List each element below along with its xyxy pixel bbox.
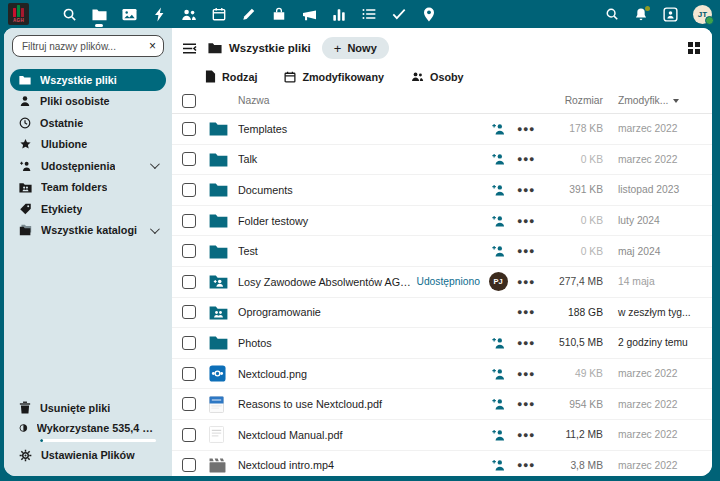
app-activity-button[interactable] [144,0,174,28]
table-row[interactable]: Talk ●●● 0 KB marzec 2022 [172,145,712,176]
filter-chip-type[interactable]: Rodzaj [205,70,257,83]
app-files-button[interactable] [84,0,114,28]
user-menu-button[interactable]: JT [693,5,712,24]
filter-chip-modified[interactable]: Zmodyfikowany [284,71,384,83]
app-analytics-button[interactable] [324,0,354,28]
row-checkbox[interactable] [182,367,196,381]
actions-menu-button[interactable]: ●●● [513,430,539,440]
new-button[interactable]: + Nowy [322,37,389,59]
notifications-button[interactable] [634,7,648,22]
file-name[interactable]: Documents [238,184,483,196]
share-button[interactable] [491,214,506,228]
column-header-name[interactable]: Nazwa [238,95,483,106]
app-maps-button[interactable] [414,0,444,28]
file-name[interactable]: Oprogramowanie [238,306,483,318]
select-all-checkbox[interactable] [182,94,196,108]
app-contacts-button[interactable] [174,0,204,28]
app-check-button[interactable] [384,0,414,28]
actions-menu-button[interactable]: ●●● [513,185,539,195]
sidebar-item-deleted-files[interactable]: Usunięte pliki [10,397,166,419]
sidebar-item-team-folders[interactable]: Team folders [10,177,166,199]
actions-menu-button[interactable]: ●●● [513,154,539,164]
share-button[interactable] [491,183,506,197]
file-name[interactable]: Nextcloud.png [238,368,483,380]
row-checkbox[interactable] [182,397,196,411]
sidebar-item-recent[interactable]: Ostatnie [10,112,166,134]
column-header-size[interactable]: Rozmiar [539,95,603,106]
share-button[interactable] [491,152,506,166]
table-row[interactable]: Templates ●●● 178 KB marzec 2022 [172,114,712,145]
contacts-menu-button[interactable] [663,7,678,22]
table-row[interactable]: Nextcloud intro.mp4 ●●● 3,8 MB marzec 20… [172,451,712,476]
share-button[interactable] [491,336,506,350]
sidebar-item-files-settings[interactable]: Ustawienia Plików [10,445,166,467]
shared-label[interactable]: Udostępniono [416,276,480,287]
table-row[interactable]: Losy Zawodowe Absolwentów AGH - raporty … [172,267,712,298]
sidebar-item-tags[interactable]: Etykiety [10,198,166,220]
actions-menu-button[interactable]: ●●● [513,460,539,470]
row-checkbox[interactable] [182,152,196,166]
sidebar-item-personal-files[interactable]: Pliki osobiste [10,91,166,113]
row-checkbox[interactable] [182,244,196,258]
file-name[interactable]: Photos [238,337,483,349]
breadcrumb[interactable]: Wszystkie pliki [206,42,313,54]
app-calendar-button[interactable] [204,0,234,28]
row-checkbox[interactable] [182,183,196,197]
chevron-down-icon[interactable] [150,224,160,234]
sidebar-item-shares[interactable]: Udostępnienia [10,155,166,177]
filter-filename-input[interactable] [20,40,149,53]
table-row[interactable]: Reasons to use Nextcloud.pdf ●●● 954 KB … [172,389,712,420]
row-checkbox[interactable] [182,428,196,442]
actions-menu-button[interactable]: ●●● [513,338,539,348]
app-notes-button[interactable] [234,0,264,28]
row-checkbox[interactable] [182,275,196,289]
sidebar-item-all-catalogs[interactable]: Wszystkie katalogi [10,220,166,242]
app-tasks-list-button[interactable] [354,0,384,28]
share-button[interactable] [491,397,506,411]
share-button[interactable] [491,122,506,136]
sharee-avatar[interactable]: PJ [489,272,508,291]
share-button[interactable] [491,244,506,258]
file-name[interactable]: Templates [238,123,483,135]
row-checkbox[interactable] [182,122,196,136]
share-button[interactable] [491,367,506,381]
actions-menu-button[interactable]: ●●● [513,399,539,409]
actions-menu-button[interactable]: ●●● [513,277,539,287]
column-header-modified[interactable]: Zmodyfik... [603,95,702,106]
actions-menu-button[interactable]: ●●● [513,216,539,226]
agh-logo[interactable]: AGH [8,3,29,25]
file-name[interactable]: Folder testowy [238,215,483,227]
grid-view-toggle-button[interactable] [686,40,702,56]
sidebar-item-favorites[interactable]: Ulubione [10,134,166,156]
table-row[interactable]: Folder testowy ●●● 0 KB luty 2024 [172,206,712,237]
file-name[interactable]: Test [238,245,483,257]
actions-menu-button[interactable]: ●●● [513,124,539,134]
file-name[interactable]: Losy Zawodowe Absolwentów AGH - raporty [238,276,416,288]
app-deck-button[interactable] [264,0,294,28]
file-name[interactable]: Talk [238,153,483,165]
clear-filter-button[interactable]: × [149,40,156,52]
filter-chip-people[interactable]: Osoby [411,71,464,83]
table-row[interactable]: Photos ●●● 510,5 MB 2 godziny temu [172,328,712,359]
app-announcements-button[interactable] [294,0,324,28]
file-name[interactable]: Nextcloud Manual.pdf [238,429,483,441]
table-row[interactable]: Oprogramowanie ●●● 188 GB w zeszłym tyg.… [172,298,712,329]
row-checkbox[interactable] [182,214,196,228]
sidebar-item-all-files[interactable]: Wszystkie pliki [10,69,166,91]
row-checkbox[interactable] [182,458,196,472]
quota-section[interactable]: Wykorzystane 535,4 MB z 20 GB [10,419,166,445]
table-row[interactable]: Documents ●●● 391 KB listopad 2023 [172,175,712,206]
table-row[interactable]: Nextcloud.png ●●● 49 KB marzec 2022 [172,359,712,390]
app-photos-button[interactable] [114,0,144,28]
share-button[interactable] [491,458,506,472]
actions-menu-button[interactable]: ●●● [513,369,539,379]
table-row[interactable]: Nextcloud Manual.pdf ●●● 11,2 MB marzec … [172,420,712,451]
chevron-down-icon[interactable] [150,159,160,169]
row-checkbox[interactable] [182,336,196,350]
unified-search-button[interactable] [605,7,619,21]
actions-menu-button[interactable]: ●●● [513,246,539,256]
file-name[interactable]: Nextcloud intro.mp4 [238,459,483,471]
file-name[interactable]: Reasons to use Nextcloud.pdf [238,398,483,410]
row-checkbox[interactable] [182,305,196,319]
share-button[interactable] [491,428,506,442]
